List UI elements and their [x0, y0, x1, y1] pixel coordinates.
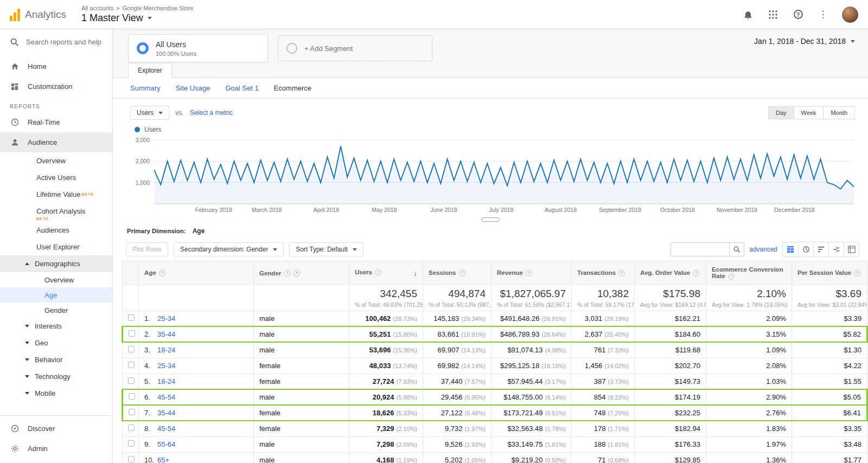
segment-all-users[interactable]: All Users 100.00% Users: [128, 34, 268, 62]
timeline-slider-handle[interactable]: [481, 217, 500, 222]
age-link[interactable]: 25-34: [157, 314, 175, 323]
row-checkbox[interactable]: [128, 377, 135, 384]
sidebar-item-age[interactable]: Age: [0, 287, 112, 303]
plot-rows-button[interactable]: Plot Rows: [126, 242, 168, 256]
row-checkbox[interactable]: [128, 362, 135, 368]
sidebar-item-audience-overview[interactable]: Overview: [0, 152, 112, 169]
help-icon[interactable]: ?: [792, 9, 804, 21]
sidebar-item-interests[interactable]: Interests: [0, 318, 112, 335]
tab-explorer[interactable]: Explorer: [128, 63, 172, 78]
analytics-logo[interactable]: Analytics: [10, 8, 66, 21]
row-checkbox[interactable]: [128, 440, 135, 447]
advanced-link[interactable]: advanced: [749, 246, 777, 253]
age-link[interactable]: 35-44: [157, 330, 175, 338]
age-link[interactable]: 18-24: [157, 346, 175, 354]
age-link[interactable]: 55-64: [157, 440, 175, 448]
age-link[interactable]: 18-24: [157, 377, 175, 385]
age-link[interactable]: 45-54: [157, 425, 175, 433]
sort-desc-icon[interactable]: ↓: [414, 269, 418, 277]
sidebar-item-lifetime-value[interactable]: Lifetime ValueBETA: [0, 186, 112, 203]
granularity-day-button[interactable]: Day: [768, 106, 794, 119]
help-icon[interactable]: ?: [618, 270, 625, 276]
sidebar-item-active-users[interactable]: Active Users: [0, 169, 112, 186]
table-search-input[interactable]: [671, 242, 729, 256]
help-icon[interactable]: ?: [526, 270, 532, 276]
help-icon[interactable]: ?: [693, 270, 699, 276]
row-checkbox-cell: [123, 311, 139, 326]
sidebar-item-discover[interactable]: Discover: [0, 419, 112, 439]
percentage-pie-view-icon[interactable]: [798, 242, 813, 256]
table-search-button[interactable]: [729, 242, 744, 256]
row-checkbox[interactable]: [128, 314, 135, 321]
granularity-week-button[interactable]: Week: [794, 106, 824, 119]
col-header-users[interactable]: Users?↓: [349, 261, 423, 285]
sidebar-item-user-explorer[interactable]: User Explorer: [0, 239, 112, 255]
sidebar-item-mobile[interactable]: Mobile: [0, 385, 112, 402]
secondary-dimension-dropdown[interactable]: Secondary dimension: Gender: [174, 242, 284, 256]
granularity-month-button[interactable]: Month: [823, 106, 855, 119]
sidebar-search[interactable]: [0, 29, 112, 54]
data-table-view-icon[interactable]: [783, 242, 798, 256]
sidebar-item-demographics[interactable]: Demographics: [0, 255, 112, 272]
help-icon[interactable]: ?: [459, 270, 465, 276]
col-header-avg-order-value[interactable]: Avg. Order Value?: [635, 261, 706, 285]
sidebar-item-technology[interactable]: Technology: [0, 368, 112, 385]
users-value: 53,696: [369, 346, 391, 354]
performance-bars-view-icon[interactable]: [813, 242, 828, 256]
sidebar-item-audiences[interactable]: Audiences: [0, 222, 112, 239]
col-header-sessions[interactable]: Sessions?: [423, 261, 492, 285]
sidebar-item-audience[interactable]: Audience: [0, 132, 112, 152]
apps-grid-icon[interactable]: [767, 9, 779, 21]
user-avatar[interactable]: [842, 7, 858, 23]
col-header-transactions[interactable]: Transactions?: [572, 261, 635, 285]
help-icon[interactable]: ?: [854, 270, 860, 276]
select-metric-link[interactable]: Select a metric: [190, 109, 233, 117]
help-icon[interactable]: ?: [284, 270, 290, 276]
col-header-ecommerce-conversion-rate[interactable]: Ecommerce Conversion Rate?: [706, 261, 792, 285]
date-range-selector[interactable]: Jan 1, 2018 - Dec 31, 2018: [754, 37, 855, 46]
sidebar-item-gender[interactable]: Gender: [0, 303, 112, 318]
tab-goal-set-1[interactable]: Goal Set 1: [225, 84, 258, 92]
sidebar-item-home[interactable]: Home: [0, 56, 112, 76]
sidebar-item-customization[interactable]: Customization: [0, 76, 112, 97]
row-checkbox[interactable]: [128, 425, 135, 431]
breadcrumb-all-accounts[interactable]: All accounts: [81, 5, 113, 11]
primary-dimension-age[interactable]: Age: [193, 227, 205, 235]
sidebar-item-geo[interactable]: Geo: [0, 335, 112, 351]
sidebar-item-admin[interactable]: Admin: [0, 439, 112, 459]
col-header-gender[interactable]: Gender?×: [254, 261, 349, 285]
tab-ecommerce[interactable]: Ecommerce: [274, 84, 311, 92]
more-menu-icon[interactable]: ⋮: [817, 9, 829, 21]
add-segment-button[interactable]: + Add Segment: [278, 35, 432, 61]
age-link[interactable]: 25-34: [157, 362, 175, 370]
age-link[interactable]: 35-44: [157, 409, 175, 417]
metric-dropdown[interactable]: Users: [130, 106, 169, 120]
row-checkbox[interactable]: [129, 409, 135, 415]
col-header-revenue[interactable]: Revenue?: [492, 261, 572, 285]
age-link[interactable]: 45-54: [157, 393, 175, 401]
sidebar-item-real-time[interactable]: Real-Time: [0, 112, 112, 132]
notifications-bell-icon[interactable]: [742, 9, 754, 21]
tab-site-usage[interactable]: Site Usage: [176, 84, 210, 92]
help-icon[interactable]: ?: [728, 273, 735, 280]
breadcrumb-property[interactable]: Google Merchandise Store: [123, 5, 194, 11]
select-all-header[interactable]: [123, 261, 139, 285]
tab-summary[interactable]: Summary: [130, 84, 161, 92]
row-checkbox[interactable]: [128, 346, 135, 352]
remove-secondary-dimension-icon[interactable]: ×: [293, 269, 300, 276]
sidebar-item-demographics-overview[interactable]: Overview: [0, 272, 112, 287]
sidebar-item-behavior[interactable]: Behavior: [0, 351, 112, 368]
row-checkbox[interactable]: [128, 456, 135, 462]
row-checkbox[interactable]: [129, 393, 135, 400]
col-header-age[interactable]: Age?: [139, 261, 254, 285]
pivot-view-icon[interactable]: [844, 242, 859, 256]
view-selector[interactable]: 1 Master View: [81, 12, 194, 24]
comparison-view-icon[interactable]: [828, 242, 844, 256]
help-icon[interactable]: ?: [375, 269, 381, 275]
help-icon[interactable]: ?: [159, 270, 165, 276]
sort-type-dropdown[interactable]: Sort Type: Default: [289, 242, 363, 256]
row-checkbox[interactable]: [129, 330, 135, 337]
col-header-per-session-value[interactable]: Per Session Value?: [792, 261, 867, 285]
age-link[interactable]: 65+: [157, 456, 169, 463]
sidebar-search-input[interactable]: [26, 38, 107, 46]
